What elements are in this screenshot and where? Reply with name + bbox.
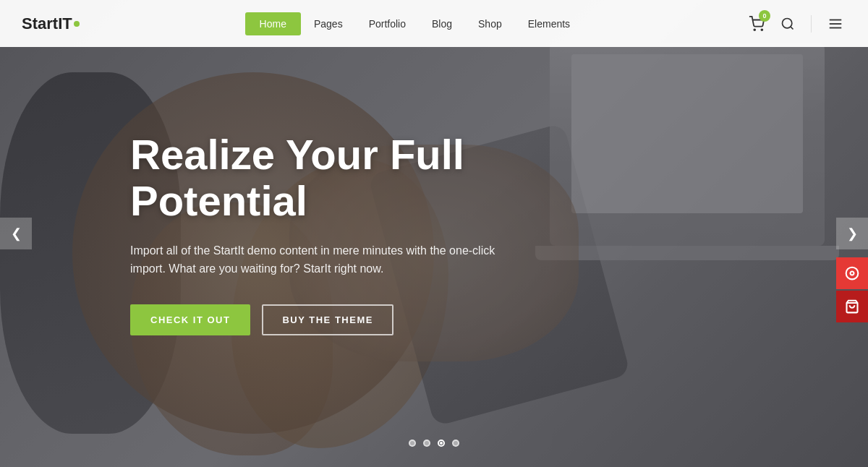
hero-description: Import all of the StartIt demo content i… — [130, 241, 506, 278]
nav-item-shop[interactable]: Shop — [465, 14, 515, 34]
logo-dot-icon — [74, 21, 80, 27]
slider-dot-1[interactable] — [409, 440, 416, 447]
navbar: StartIT Home Pages Portfolio Blog Shop E… — [0, 0, 868, 47]
side-icon-bottom — [845, 299, 859, 314]
check-it-out-button[interactable]: CHECK IT OUT — [130, 304, 250, 335]
hero-content: Realize Your Full Potential Import all o… — [0, 132, 506, 335]
slider-dot-4[interactable] — [452, 440, 459, 447]
nav-item-portfolio[interactable]: Portfolio — [356, 14, 419, 34]
svg-point-6 — [846, 267, 859, 280]
side-btn-bottom[interactable] — [836, 291, 868, 322]
cart-badge: 0 — [759, 10, 770, 22]
slider-dots — [409, 440, 459, 447]
logo-text-start: Start — [22, 14, 58, 33]
slider-dot-3[interactable] — [438, 440, 445, 447]
slider-next-button[interactable]: ❯ — [836, 218, 868, 249]
nav-item-home[interactable]: Home — [245, 12, 301, 35]
buy-theme-button[interactable]: BUY THE THEME — [262, 304, 393, 335]
nav-item-elements[interactable]: Elements — [515, 14, 583, 34]
hero-section: StartIT Home Pages Portfolio Blog Shop E… — [0, 0, 868, 467]
svg-point-0 — [754, 29, 755, 30]
logo-text-it: IT — [58, 14, 72, 33]
nav-links: Home Pages Portfolio Blog Shop Elements — [245, 12, 584, 35]
side-buttons — [836, 257, 868, 322]
cart-button[interactable]: 0 — [749, 16, 765, 32]
svg-point-2 — [782, 18, 791, 27]
hero-buttons: CHECK IT OUT BUY THE THEME — [130, 304, 506, 335]
nav-item-blog[interactable]: Blog — [419, 14, 465, 34]
hero-title-line2: Potential — [130, 177, 307, 224]
hero-title-line1: Realize Your Full — [130, 131, 464, 178]
slider-prev-button[interactable]: ❮ — [0, 218, 32, 249]
side-icon-top — [845, 266, 859, 280]
svg-point-7 — [851, 272, 854, 275]
nav-divider — [811, 15, 812, 33]
search-icon — [780, 17, 795, 31]
hamburger-icon — [827, 16, 843, 32]
nav-icons: 0 — [749, 13, 846, 35]
logo[interactable]: StartIT — [22, 14, 80, 33]
nav-item-pages[interactable]: Pages — [301, 14, 356, 34]
svg-point-1 — [761, 29, 762, 30]
slider-dot-2[interactable] — [423, 440, 430, 447]
menu-button[interactable] — [825, 13, 846, 35]
hero-title: Realize Your Full Potential — [130, 132, 506, 224]
side-btn-top[interactable] — [836, 257, 868, 289]
search-button[interactable] — [778, 14, 798, 34]
